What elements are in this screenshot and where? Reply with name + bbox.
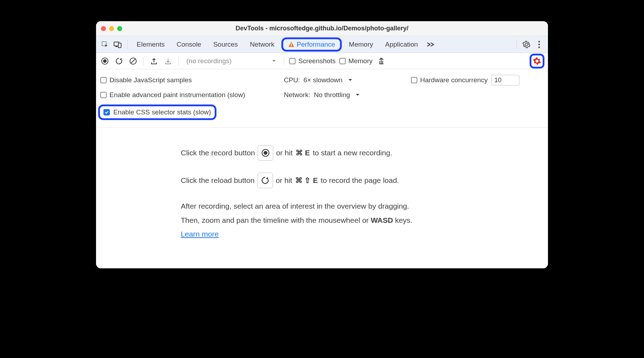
svg-point-15 bbox=[264, 151, 268, 155]
tab-network[interactable]: Network bbox=[245, 38, 280, 50]
svg-rect-2 bbox=[115, 46, 118, 47]
svg-point-8 bbox=[538, 46, 540, 48]
disable-js-samples-checkbox[interactable]: Disable JavaScript samples bbox=[100, 76, 192, 84]
tab-application[interactable]: Application bbox=[380, 38, 423, 50]
screenshots-checkbox[interactable]: Screenshots bbox=[289, 57, 336, 65]
download-icon[interactable] bbox=[163, 56, 173, 66]
svg-rect-5 bbox=[291, 46, 292, 46]
svg-point-10 bbox=[103, 59, 107, 63]
clear-button[interactable] bbox=[128, 56, 138, 66]
svg-rect-13 bbox=[379, 64, 383, 64]
record-button-sample bbox=[258, 145, 273, 161]
tab-performance-label: Performance bbox=[297, 41, 335, 48]
capture-settings-button[interactable] bbox=[530, 54, 544, 68]
performance-toolbar: (no recordings) Screenshots Memory bbox=[96, 53, 548, 69]
warning-icon bbox=[288, 41, 294, 48]
svg-rect-4 bbox=[291, 43, 292, 45]
svg-point-6 bbox=[538, 41, 540, 42]
network-throttle-dropdown[interactable]: No throttling bbox=[314, 91, 360, 99]
device-toolbar-icon[interactable] bbox=[112, 39, 123, 50]
hw-label: Hardware concurrency bbox=[420, 76, 488, 84]
checkbox-icon bbox=[411, 77, 417, 83]
svg-rect-3 bbox=[118, 43, 121, 48]
help-text: or hit bbox=[276, 147, 293, 159]
recordings-dropdown[interactable]: (no recordings) bbox=[184, 57, 279, 65]
network-label: Network: bbox=[284, 91, 310, 99]
help-text: or hit bbox=[276, 174, 292, 186]
recordings-placeholder: (no recordings) bbox=[186, 57, 232, 65]
tab-memory[interactable]: Memory bbox=[344, 38, 378, 50]
svg-line-12 bbox=[131, 59, 136, 64]
tab-performance[interactable]: Performance bbox=[281, 37, 342, 52]
cpu-throttle-dropdown[interactable]: 6× slowdown bbox=[303, 76, 352, 84]
checkbox-checked-icon bbox=[103, 109, 110, 115]
tab-elements[interactable]: Elements bbox=[132, 38, 169, 50]
paint-label: Enable advanced paint instrumentation (s… bbox=[109, 91, 245, 99]
minimize-window-button[interactable] bbox=[109, 26, 114, 31]
settings-gear-icon[interactable] bbox=[521, 39, 532, 50]
checkbox-icon bbox=[100, 77, 107, 83]
learn-more-link[interactable]: Learn more bbox=[181, 230, 219, 238]
help-text: to record the page load. bbox=[321, 174, 399, 186]
tabstrip: Elements Console Sources Network Perform… bbox=[96, 36, 548, 53]
chevron-down-icon bbox=[356, 94, 360, 96]
inspect-element-icon[interactable] bbox=[100, 39, 110, 50]
hardware-concurrency-checkbox[interactable]: Hardware concurrency bbox=[411, 76, 488, 84]
hardware-concurrency-input[interactable]: 10 bbox=[491, 75, 519, 85]
cpu-label: CPU: bbox=[284, 76, 300, 84]
memory-label: Memory bbox=[348, 57, 373, 65]
traffic-lights bbox=[96, 26, 122, 31]
checkbox-icon bbox=[339, 58, 346, 64]
tab-console[interactable]: Console bbox=[172, 38, 206, 50]
help-text: to start a new recording. bbox=[313, 147, 392, 159]
hw-value: 10 bbox=[494, 77, 501, 84]
maximize-window-button[interactable] bbox=[117, 26, 122, 31]
screenshots-label: Screenshots bbox=[298, 57, 336, 65]
svg-point-7 bbox=[538, 43, 540, 45]
chevron-down-icon bbox=[272, 60, 276, 62]
help-text: Click the record button bbox=[181, 147, 255, 159]
gear-icon bbox=[533, 57, 541, 65]
help-text: Click the reload button bbox=[181, 174, 255, 186]
upload-icon[interactable] bbox=[149, 56, 159, 66]
capture-settings-panel: Disable JavaScript samples CPU: 6× slowd… bbox=[96, 69, 548, 127]
more-menu-icon[interactable] bbox=[534, 39, 544, 50]
devtools-window: DevTools - microsoftedge.github.io/Demos… bbox=[96, 21, 548, 268]
kbd-shortcut: ⌘ ⇧ E bbox=[295, 174, 318, 186]
reload-button[interactable] bbox=[114, 56, 124, 66]
css-stats-label: Enable CSS selector stats (slow) bbox=[113, 108, 211, 116]
checkbox-icon bbox=[289, 58, 296, 64]
titlebar: DevTools - microsoftedge.github.io/Demos… bbox=[96, 21, 548, 36]
help-area: Click the record button or hit ⌘ E to st… bbox=[96, 127, 548, 268]
more-tabs-icon[interactable] bbox=[425, 39, 436, 50]
kbd-shortcut: ⌘ E bbox=[296, 147, 310, 159]
reload-button-sample bbox=[257, 173, 273, 188]
checkbox-icon bbox=[100, 92, 107, 98]
cpu-value: 6× slowdown bbox=[303, 76, 342, 84]
garbage-collect-icon[interactable] bbox=[376, 56, 387, 66]
help-text: After recording, select an area of inter… bbox=[181, 200, 527, 212]
enable-paint-instrumentation-checkbox[interactable]: Enable advanced paint instrumentation (s… bbox=[100, 91, 245, 99]
disable-js-label: Disable JavaScript samples bbox=[109, 76, 192, 84]
close-window-button[interactable] bbox=[101, 26, 106, 31]
network-value: No throttling bbox=[314, 91, 350, 99]
chevron-down-icon bbox=[348, 79, 352, 82]
record-button[interactable] bbox=[100, 56, 110, 66]
window-title: DevTools - microsoftedge.github.io/Demos… bbox=[96, 25, 548, 32]
memory-checkbox[interactable]: Memory bbox=[339, 57, 373, 65]
tab-sources[interactable]: Sources bbox=[208, 38, 243, 50]
enable-css-selector-stats-checkbox[interactable]: Enable CSS selector stats (slow) bbox=[98, 105, 216, 120]
help-text: Then, zoom and pan the timeline with the… bbox=[181, 214, 527, 226]
